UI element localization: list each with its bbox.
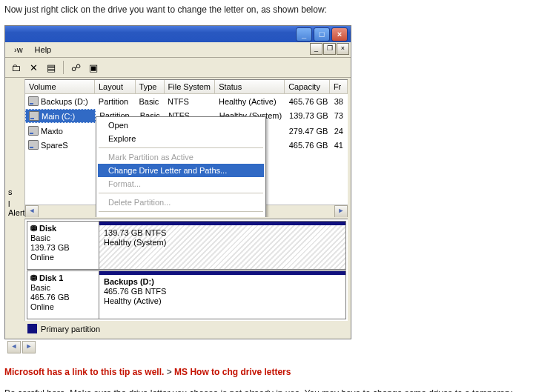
disk-partition[interactable]: Backups (D:) 465.76 GB NTFS Healthy (Act… [99,271,345,319]
ms-howto-link[interactable]: MS How to chg drive letters [174,367,291,377]
ctx-properties[interactable]: Properties [98,214,264,217]
content-pane: s l Alert: Volume Layout Type File Syste… [5,79,351,336]
footer-tip: Microsoft has a link to this tip as well… [4,367,532,377]
mdi-window-controls: _ ❐ × [310,43,349,55]
footer-lead: Microsoft has a link to this tip as well… [4,367,164,377]
toolbar-delete-icon[interactable]: ✕ [26,60,41,75]
toolbar-save-icon[interactable]: 🗀 [8,60,23,75]
toolbar: 🗀 ✕ ▤ ☍ ▣ [5,58,351,78]
ctx-format: Format... [98,177,264,190]
disk-info: ⛃Disk Basic 139.73 GB Online [27,222,99,269]
col-layout[interactable]: Layout [95,80,136,94]
mdi-close-icon[interactable]: × [337,43,349,55]
disk-graphic-panel: ⛃Disk Basic 139.73 GB Online 139.73 GB N… [24,219,348,321]
col-free[interactable]: Fr [330,80,348,94]
drive-icon [29,111,39,121]
legend: Primary partition [24,322,348,336]
frame-hscrollbar[interactable]: ◄ ► [7,341,532,353]
disk-icon: ⛃ [30,224,37,233]
scroll-left-icon[interactable]: ◄ [7,341,21,353]
col-type[interactable]: Type [136,80,165,94]
mdi-min-icon[interactable]: _ [310,43,322,55]
scroll-left-icon[interactable]: ◄ [25,205,39,217]
ctx-separator [99,193,263,193]
ctx-delete-partition: Delete Partition... [98,196,264,209]
titlebar-min-icon[interactable]: _ [296,27,312,41]
window-titlebar: _ □ × [5,26,351,42]
col-capacity[interactable]: Capacity [285,80,330,94]
ctx-separator [99,211,263,212]
left-panel-cropped: s l Alert: [8,116,24,217]
col-volume[interactable]: Volume [25,80,95,94]
disk-icon: ⛃ [30,273,37,283]
disk-row: ⛃Disk 1 Basic 465.76 GB Online Backups (… [27,270,346,319]
ctx-explore[interactable]: Explore [98,132,264,145]
ctx-open[interactable]: Open [98,119,264,132]
volume-list-body: Backups (D:) Partition Basic NTFS Health… [25,94,348,152]
toolbar-refresh-icon[interactable]: ☍ [68,60,83,75]
scroll-right-icon[interactable]: ► [22,341,36,353]
drive-icon [28,126,39,136]
caution-text: Be careful here. Make sure the drive let… [4,388,532,392]
footer-gt: > [164,367,174,377]
mdi-restore-icon[interactable]: ❐ [323,43,336,55]
table-row[interactable]: Backups (D:) Partition Basic NTFS Health… [25,94,348,108]
col-filesystem[interactable]: File System [165,80,216,94]
volume-list: Volume Layout Type File System Status Ca… [24,79,348,217]
scroll-right-icon[interactable]: ► [334,205,348,217]
ctx-change-drive-letter[interactable]: Change Drive Letter and Paths... [98,164,264,177]
drive-icon [28,96,39,106]
menubar: ›w Help _ ❐ × [5,42,351,58]
legend-label: Primary partition [41,325,100,333]
disk-info: ⛃Disk 1 Basic 465.76 GB Online [27,271,99,319]
context-menu: Open Explore Mark Partition as Active Ch… [96,116,266,217]
ctx-mark-active: Mark Partition as Active [98,150,264,164]
disk-management-window: _ □ × ›w Help _ ❐ × 🗀 ✕ ▤ ☍ ▣ s l Alert:… [4,25,351,339]
toolbar-view-icon[interactable]: ▣ [86,60,101,75]
disk-partition[interactable]: 139.73 GB NTFS Healthy (System) [99,222,345,269]
instruction-text: Now just right click on the drive you wa… [4,4,532,15]
volume-list-header: Volume Layout Type File System Status Ca… [25,80,348,94]
ctx-separator [99,147,263,148]
toolbar-properties-icon[interactable]: ▤ [44,60,59,75]
disk-row: ⛃Disk Basic 139.73 GB Online 139.73 GB N… [27,221,346,270]
titlebar-max-icon[interactable]: □ [314,27,330,41]
menubar-item-ow[interactable]: ›w [8,44,29,56]
toolbar-separator [63,61,64,74]
legend-swatch-primary [27,324,37,333]
menubar-item-help[interactable]: Help [29,44,58,56]
titlebar-close-icon[interactable]: × [331,27,348,41]
col-status[interactable]: Status [215,80,285,94]
drive-icon [28,140,39,150]
